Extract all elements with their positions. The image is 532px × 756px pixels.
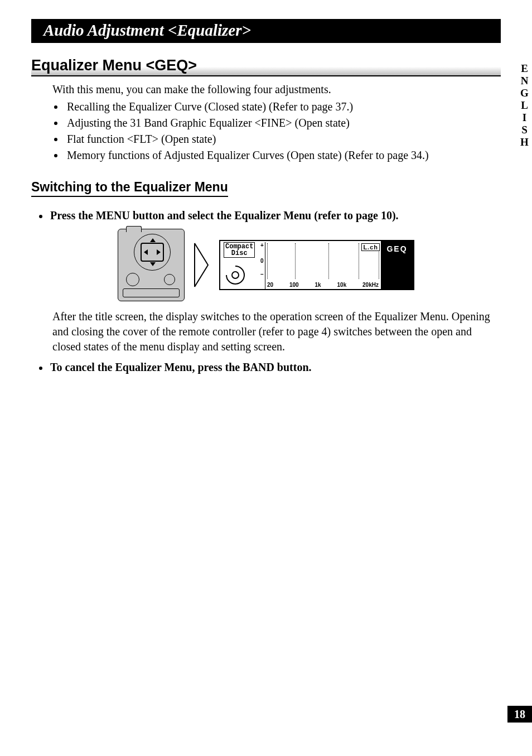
lcd-source-label: CompactDisc	[224, 242, 255, 258]
lcd-channel-badge: L.ch	[361, 243, 380, 251]
lcd-y-plus: +	[260, 242, 264, 248]
language-tab: ENGLISH	[518, 62, 530, 148]
page-number: 18	[507, 706, 532, 723]
lcd-y-minus: –	[260, 271, 264, 277]
list-item: Flat function <FLT> (Open state)	[65, 132, 501, 147]
after-figure-text: After the title screen, the display swit…	[52, 309, 501, 354]
lcd-mode-label: GEQ	[381, 241, 413, 253]
list-item: Memory functions of Adjusted Equalizer C…	[65, 148, 501, 163]
bullet-icon	[39, 215, 42, 218]
step-2: To cancel the Equalizer Menu, press the …	[39, 361, 501, 374]
dpad-icon	[134, 234, 171, 271]
step-1-text: Press the MENU button and select the Equ…	[50, 209, 399, 222]
intro-text: With this menu, you can make the followi…	[52, 82, 501, 97]
section-heading-geq: Equalizer Menu <GEQ>	[31, 56, 501, 76]
side-tab: ENGLISH	[512, 54, 532, 712]
chapter-title: Audio Adjustment <Equalizer>	[31, 19, 501, 43]
lcd-x-axis: 20 100 1k 10k 20kHz	[267, 282, 379, 288]
bullet-icon	[39, 367, 42, 370]
remote-slot-icon	[123, 288, 180, 297]
lcd-display-illustration: CompactDisc + 0 – 20 100 1k 10k 20kHz	[219, 240, 414, 290]
remote-button-icon	[126, 273, 139, 286]
subsection-heading: Switching to the Equalizer Menu	[31, 180, 228, 197]
remote-button-icon	[164, 274, 175, 285]
step-2-text: To cancel the Equalizer Menu, press the …	[50, 361, 312, 374]
disc-icon	[226, 266, 245, 285]
remote-controller-illustration	[118, 229, 185, 301]
list-item: Recalling the Equalizer Curve (Closed st…	[65, 99, 501, 114]
list-item: Adjusting the 31 Band Graphic Equalizer …	[65, 115, 501, 131]
step-1: Press the MENU button and select the Equ…	[39, 209, 501, 222]
arrow-right-icon	[192, 240, 211, 290]
figure-row: CompactDisc + 0 – 20 100 1k 10k 20kHz	[31, 229, 501, 301]
lcd-y-zero: 0	[260, 258, 264, 264]
feature-list: Recalling the Equalizer Curve (Closed st…	[52, 99, 501, 163]
